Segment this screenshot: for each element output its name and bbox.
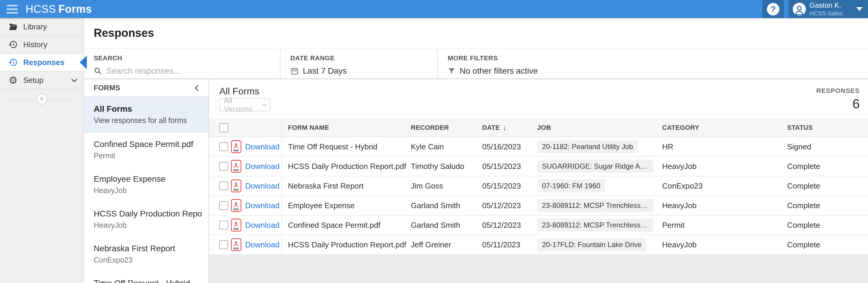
svg-text:PDF: PDF xyxy=(234,227,239,231)
form-item[interactable]: HCSS Daily Production Report.p... HeavyJ… xyxy=(84,202,209,237)
results-toolbar: All Forms All Versions RESPONSES 6 xyxy=(209,79,868,119)
cell-recorder: Jim Goss xyxy=(411,176,482,196)
form-item-title: All Forms xyxy=(94,104,203,114)
column-header-status[interactable]: STATUS xyxy=(787,119,868,137)
form-item-subtitle: HeavyJob xyxy=(94,186,203,195)
row-checkbox[interactable] xyxy=(219,201,228,210)
form-item[interactable]: Time Off Request - Hybrid HR xyxy=(84,272,209,283)
cell-recorder: Garland Smith xyxy=(411,216,482,235)
cell-status: Complete xyxy=(787,157,868,176)
cell-status: Signed xyxy=(787,137,868,156)
cell-form-name: Time Off Request - Hybrid xyxy=(281,137,411,156)
column-header-date[interactable]: DATE↓ xyxy=(482,119,537,137)
app-name-light: HCSS xyxy=(26,3,56,15)
versions-dropdown[interactable]: All Versions xyxy=(219,98,270,111)
gear-icon: ⚙ xyxy=(7,75,19,85)
cell-category: HR xyxy=(662,137,787,156)
form-item-title: Employee Expense xyxy=(94,174,203,184)
cell-category: HeavyJob xyxy=(662,196,787,215)
pdf-file-icon: PDF xyxy=(231,219,242,232)
header-gap xyxy=(784,0,788,18)
responses-count-value: 6 xyxy=(816,97,860,111)
sidebar-item-library[interactable]: Library xyxy=(0,18,83,36)
column-header-form-name[interactable]: FORM NAME xyxy=(281,119,411,137)
forms-panel-title: FORMS xyxy=(94,84,120,92)
table-row: PDF Download Confined Space Permit.pdf G… xyxy=(209,216,868,235)
column-header-category[interactable]: CATEGORY xyxy=(662,119,787,137)
sidebar-item-history[interactable]: History xyxy=(0,36,83,54)
download-link[interactable]: Download xyxy=(245,142,280,151)
column-header-recorder[interactable]: RECORDER xyxy=(411,119,482,137)
cell-date: 05/11/2023 xyxy=(482,235,537,254)
job-chip: SUGARRIDGE: Sugar Ridge Avenue ... xyxy=(537,160,653,173)
cell-recorder: Garland Smith xyxy=(411,196,482,215)
sidebar-item-setup[interactable]: ⚙ Setup xyxy=(0,72,83,90)
user-org: HCSS-Sales xyxy=(809,10,843,16)
table-row: PDF Download Employee Expense Garland Sm… xyxy=(209,196,868,216)
calendar-icon xyxy=(290,67,299,75)
hamburger-menu-icon[interactable] xyxy=(6,5,18,14)
sidebar-collapse-button[interactable]: « xyxy=(36,93,47,105)
chevron-down-icon xyxy=(262,102,267,106)
column-header-job[interactable]: JOB xyxy=(537,119,662,137)
table-body: PDF Download Time Off Request - Hybrid K… xyxy=(209,137,868,255)
row-checkbox[interactable] xyxy=(219,181,228,190)
form-item-all-forms[interactable]: All Forms View responses for all forms xyxy=(84,97,209,133)
table-row: PDF Download HCSS Daily Production Repor… xyxy=(209,235,868,255)
row-checkbox[interactable] xyxy=(219,240,228,249)
help-icon: ? xyxy=(767,3,779,15)
forms-panel-header: FORMS xyxy=(84,79,209,97)
cell-recorder: Kyle Cain xyxy=(411,137,482,156)
download-link[interactable]: Download xyxy=(245,181,280,191)
cell-date: 05/16/2023 xyxy=(482,137,537,156)
row-checkbox[interactable] xyxy=(219,221,228,229)
form-item[interactable]: Confined Space Permit.pdf Permit xyxy=(84,133,209,167)
responses-count-block: RESPONSES 6 xyxy=(816,87,860,111)
table-row: PDF Download Time Off Request - Hybrid K… xyxy=(209,137,868,157)
select-all-checkbox[interactable] xyxy=(219,123,228,132)
page-title: Responses xyxy=(94,27,154,39)
download-column-header xyxy=(231,119,281,137)
cell-recorder: Timothy Saludo xyxy=(411,157,482,176)
download-link[interactable]: Download xyxy=(245,201,280,210)
cell-status: Complete xyxy=(787,176,868,196)
sidebar-item-label: History xyxy=(23,40,47,49)
cell-date: 05/12/2023 xyxy=(482,196,537,215)
form-item[interactable]: Employee Expense HeavyJob xyxy=(84,167,209,202)
form-item[interactable]: Nebraska First Report ConExpo23 xyxy=(84,237,209,272)
svg-text:PDF: PDF xyxy=(234,149,239,152)
form-item-subtitle: View responses for all forms xyxy=(94,116,203,125)
date-range-section[interactable]: DATE RANGE Last 7 Days xyxy=(280,48,437,78)
user-menu[interactable]: Gaston K. HCSS-Sales xyxy=(788,0,868,18)
job-chip: 23-8089112: MCSP Trenchless Man... xyxy=(537,219,653,232)
form-item-subtitle: ConExpo23 xyxy=(94,256,203,264)
form-item-title: Confined Space Permit.pdf xyxy=(94,140,203,149)
chevron-left-icon[interactable] xyxy=(195,85,201,91)
svg-text:PDF: PDF xyxy=(234,208,239,211)
sidebar-item-label: Setup xyxy=(23,76,43,85)
pdf-file-icon: PDF xyxy=(231,140,242,153)
cell-category: ConExpo23 xyxy=(662,176,787,196)
active-item-marker xyxy=(80,56,87,69)
filter-bar: SEARCH DATE RANGE Last 7 Days MORE FILTE… xyxy=(84,48,868,79)
download-link[interactable]: Download xyxy=(245,162,280,171)
pdf-file-icon: PDF xyxy=(231,238,242,251)
row-checkbox[interactable] xyxy=(219,142,228,151)
cell-form-name: Confined Space Permit.pdf xyxy=(281,216,411,235)
form-item-subtitle: HeavyJob xyxy=(94,221,203,229)
date-range-value: Last 7 Days xyxy=(303,66,347,76)
main-area: Responses SEARCH DATE RANGE Last 7 Days … xyxy=(84,18,868,283)
form-item-title: Time Off Request - Hybrid xyxy=(94,279,203,283)
help-button[interactable]: ? xyxy=(763,0,784,18)
cell-form-name: HCSS Daily Production Report.pdf xyxy=(281,235,411,254)
row-checkbox[interactable] xyxy=(219,162,228,171)
download-link[interactable]: Download xyxy=(245,240,280,249)
nav-sidebar: Library History Responses ⚙ Setup « xyxy=(0,18,84,283)
svg-text:PDF: PDF xyxy=(234,247,239,250)
more-filters-section[interactable]: MORE FILTERS No other filters active xyxy=(437,48,868,78)
sidebar-item-responses[interactable]: Responses xyxy=(0,54,83,72)
search-input[interactable] xyxy=(106,66,249,76)
download-link[interactable]: Download xyxy=(245,221,280,230)
history-icon xyxy=(7,40,19,49)
versions-dropdown-value: All Versions xyxy=(224,96,262,113)
